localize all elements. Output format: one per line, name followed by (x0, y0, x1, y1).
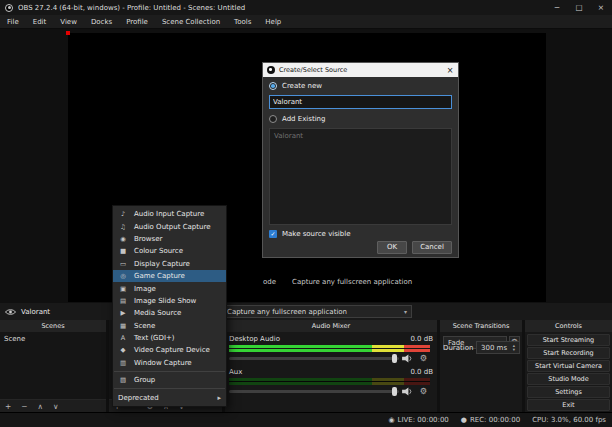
menu-item-label: Browser (134, 235, 162, 243)
live-status: ◉ LIVE: 00:00:00 (389, 416, 449, 424)
menu-profile[interactable]: Profile (119, 15, 155, 29)
menu-item-audio-output-capture[interactable]: ♫ Audio Output Capture (113, 220, 226, 232)
duration-spinbox[interactable]: 300 ms ▴ ▾ (476, 341, 520, 354)
speaker-icon[interactable] (401, 354, 414, 365)
live-icon: ◉ (389, 416, 395, 424)
menu-item-label: Scene (134, 322, 155, 330)
menu-item-display-capture[interactable]: ▭ Display Capture (113, 258, 226, 270)
scene-transitions-header[interactable]: Scene Transitions (440, 320, 522, 332)
live-time: LIVE: 00:00:00 (398, 416, 449, 424)
spin-arrows[interactable]: ▴ ▾ (513, 344, 515, 352)
menu-item-text-gdi[interactable]: A Text (GDI+) (113, 332, 226, 344)
start-virtual-camera-button[interactable]: Start Virtual Camera (527, 360, 610, 372)
spin-down-icon[interactable]: ▾ (513, 348, 515, 352)
add-existing-radio-row[interactable]: Add Existing (269, 115, 326, 123)
start-recording-button[interactable]: Start Recording (527, 347, 610, 359)
stats-text: CPU: 3.0%, 60.00 fps (532, 416, 606, 424)
mixer-gear-icon[interactable]: ⚙ (417, 354, 430, 363)
add-existing-label: Add Existing (282, 115, 326, 123)
create-new-radio-row[interactable]: Create new (269, 82, 322, 90)
menu-item-image-slide-show[interactable]: ▤ Image Slide Show (113, 295, 226, 307)
menu-item-label: Audio Input Capture (134, 210, 204, 218)
scenes-list: Scene (0, 332, 106, 399)
add-existing-radio[interactable] (269, 115, 277, 123)
capture-mode-combobox[interactable]: Capture any fullscreen application ▾ (222, 305, 412, 318)
scene-transitions-dock: Scene Transitions Fade ▾ ⚙ Duration 300 … (440, 320, 522, 412)
slider-handle[interactable] (392, 387, 397, 396)
menu-item-image[interactable]: ▣ Image (113, 282, 226, 294)
menu-file[interactable]: File (0, 15, 26, 29)
menu-item-scene[interactable]: ▦ Scene (113, 320, 226, 332)
dialog-close-button[interactable]: × (442, 66, 458, 75)
menu-tools[interactable]: Tools (227, 15, 258, 29)
scenes-dock-header[interactable]: Scenes (0, 320, 106, 332)
rec-status: ● REC: 00:00:00 (461, 416, 520, 424)
menu-item-group[interactable]: ▧ Group (113, 374, 226, 386)
minimize-button[interactable]: ─ (546, 0, 568, 15)
studio-mode-button[interactable]: Studio Mode (527, 373, 610, 385)
close-button[interactable]: × (590, 0, 612, 15)
mixer-channel-db: 0.0 dB (410, 368, 433, 376)
menu-help[interactable]: Help (258, 15, 288, 29)
audio-mixer-header[interactable]: Audio Mixer (225, 320, 437, 332)
volume-slider[interactable] (229, 387, 399, 396)
create-new-radio[interactable] (269, 82, 277, 90)
obs-main-window: OBS 27.2.4 (64-bit, windows) - Profile: … (0, 0, 612, 427)
menu-item-audio-input-capture[interactable]: ♪ Audio Input Capture (113, 208, 226, 220)
obs-logo-icon (267, 66, 275, 74)
scenes-dock: Scenes Scene + − ∧ ∨ (0, 320, 106, 412)
mixer-gear-icon[interactable]: ⚙ (417, 387, 430, 396)
add-scene-button[interactable]: + (0, 400, 16, 413)
controls-header[interactable]: Controls (525, 320, 612, 332)
menu-scene-collection[interactable]: Scene Collection (155, 15, 227, 29)
status-bar: ◉ LIVE: 00:00:00 ● REC: 00:00:00 CPU: 3.… (0, 412, 612, 427)
eye-visibility-icon[interactable] (5, 308, 16, 316)
cancel-button[interactable]: Cancel (412, 241, 452, 254)
maximize-button[interactable]: □ (568, 0, 590, 15)
exit-button[interactable]: Exit (527, 399, 610, 411)
scene-icon: ▦ (118, 322, 128, 330)
menu-item-label: Game Capture (134, 272, 185, 280)
menu-edit[interactable]: Edit (26, 15, 54, 29)
canvas-corner-handle[interactable] (66, 31, 70, 35)
menu-item-colour-source[interactable]: ■ Colour Source (113, 245, 226, 257)
make-visible-checkbox[interactable]: ✓ (269, 230, 277, 238)
obs-logo-icon (5, 4, 13, 12)
slider-handle[interactable] (392, 354, 397, 363)
globe-icon: ◉ (118, 235, 128, 243)
menu-item-game-capture[interactable]: ◎ Game Capture (113, 270, 226, 282)
settings-button[interactable]: Settings (527, 386, 610, 398)
menu-item-label: Deprecated (118, 394, 159, 402)
scene-down-button[interactable]: ∨ (48, 400, 64, 413)
make-visible-label: Make source visible (282, 230, 351, 238)
scene-up-button[interactable]: ∧ (33, 400, 49, 413)
menu-item-browser[interactable]: ◉ Browser (113, 233, 226, 245)
volume-meter (229, 378, 430, 385)
source-name-input[interactable] (269, 95, 452, 109)
speaker-icon[interactable] (401, 387, 414, 398)
volume-slider[interactable] (229, 354, 399, 363)
menu-docks[interactable]: Docks (84, 15, 119, 29)
mixer-channel-name: Desktop Audio (229, 335, 280, 343)
start-streaming-button[interactable]: Start Streaming (527, 334, 610, 346)
menu-item-label: Text (GDI+) (134, 334, 175, 342)
menu-bar: File Edit View Docks Profile Scene Colle… (0, 15, 612, 29)
ok-button[interactable]: OK (377, 241, 407, 254)
group-icon: ▧ (118, 376, 128, 384)
menu-item-video-capture-device[interactable]: ◆ Video Capture Device (113, 344, 226, 356)
remove-scene-button[interactable]: − (16, 400, 32, 413)
menu-item-label: Colour Source (134, 247, 183, 255)
menu-view[interactable]: View (53, 15, 84, 29)
menu-item-deprecated[interactable]: Deprecated ▸ (113, 391, 226, 403)
existing-sources-list[interactable]: Valorant (269, 128, 452, 225)
menu-item-label: Video Capture Device (134, 346, 210, 354)
properties-mode-row: ode Capture any fullscreen application (263, 276, 412, 288)
menu-item-window-capture[interactable]: ▥ Window Capture (113, 357, 226, 369)
source-row-valorant[interactable]: Valorant (5, 303, 50, 320)
source-name-label: Valorant (21, 308, 50, 316)
submenu-arrow-icon: ▸ (217, 394, 221, 402)
existing-source-item[interactable]: Valorant (270, 129, 451, 143)
make-visible-row[interactable]: ✓ Make source visible (269, 230, 351, 238)
scene-list-item[interactable]: Scene (0, 332, 106, 346)
menu-item-media-source[interactable]: ▶ Media Source (113, 307, 226, 319)
